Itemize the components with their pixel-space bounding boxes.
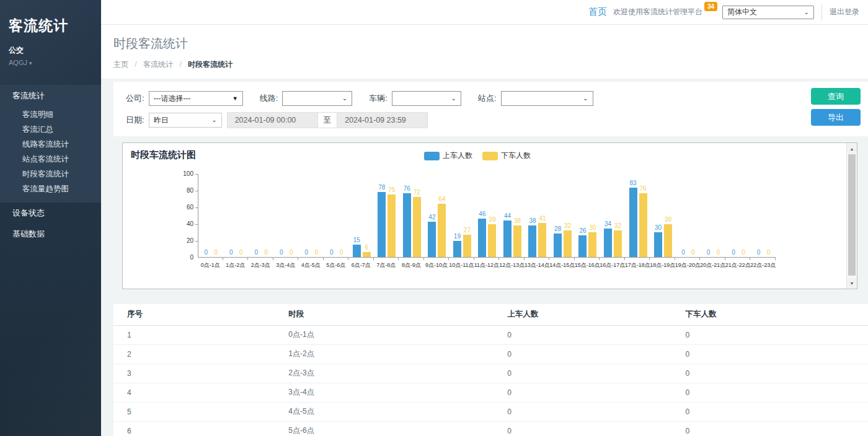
bar-slot: 76 — [639, 174, 647, 257]
sidebar-subitem[interactable]: 客流汇总 — [0, 122, 101, 137]
bar[interactable] — [538, 223, 546, 257]
welcome-text: 欢迎使用客流统计管理平台 — [613, 7, 702, 17]
bar-value-label: 0 — [340, 249, 343, 256]
y-axis-tick-label: 60 — [171, 204, 193, 211]
x-axis-label: 17点-18点 — [625, 261, 650, 269]
legend-item-boarding[interactable]: 上车人数 — [424, 150, 472, 161]
bar[interactable] — [528, 225, 536, 257]
bar-value-label: 42 — [428, 214, 435, 220]
org-code-dropdown[interactable]: AQGJ▾ — [9, 59, 92, 66]
bar-value-label: 0 — [290, 249, 293, 256]
bar-value-label: 39 — [489, 216, 495, 223]
bar[interactable] — [488, 224, 496, 257]
x-axis-label: 0点-1点 — [198, 261, 223, 269]
bar[interactable] — [588, 232, 596, 258]
bar-slot: 34 — [604, 174, 612, 257]
bar-group: 7875 — [374, 174, 400, 257]
scrollbar-up-button[interactable]: ▲ — [847, 144, 857, 154]
sidebar-subitem[interactable]: 线路客流统计 — [0, 137, 101, 152]
table-row: 10点-1点00 — [113, 326, 868, 345]
scrollbar-down-button[interactable]: ▼ — [847, 278, 857, 288]
sidebar-subitem[interactable]: 站点客流统计 — [0, 152, 101, 167]
table-cell: 0 — [507, 364, 685, 383]
bar-value-label: 38 — [514, 217, 521, 224]
table-cell: 3点-4点 — [288, 383, 507, 403]
sidebar-subitem[interactable]: 客流明细 — [0, 107, 101, 122]
table-row: 43点-4点00 — [113, 383, 868, 403]
bar-group: 3432 — [600, 174, 626, 257]
table-cell: 0点-1点 — [288, 326, 507, 345]
legend-item-alighting[interactable]: 下车人数 — [482, 150, 531, 161]
bar-slot: 0 — [740, 174, 748, 257]
station-select[interactable]: ⌄ — [501, 91, 593, 106]
bar[interactable] — [378, 192, 386, 257]
table-cell: 1点-2点 — [288, 345, 507, 364]
bar[interactable] — [438, 204, 446, 257]
sidebar-subitem[interactable]: 客流量趋势图 — [0, 181, 101, 196]
bar[interactable] — [413, 197, 421, 257]
chevron-down-icon: ⌄ — [211, 117, 216, 123]
date-to-label: 至 — [318, 112, 337, 128]
breadcrumb-current: 时段客流统计 — [188, 60, 232, 69]
bar[interactable] — [403, 193, 411, 257]
table-cell: 1 — [113, 326, 288, 345]
bar-slot: 15 — [353, 174, 361, 257]
bar[interactable] — [564, 230, 572, 257]
bar[interactable] — [614, 230, 622, 257]
query-button[interactable]: 查询 — [811, 88, 861, 105]
bar-slot: 27 — [463, 174, 471, 257]
bar[interactable] — [363, 252, 371, 257]
bar[interactable] — [629, 188, 637, 257]
language-select[interactable]: 简体中文 ⌄ — [722, 6, 814, 19]
bar-group: 7672 — [399, 174, 425, 257]
date-start-input[interactable]: 2024-01-09 00:00 — [227, 112, 318, 128]
bar-slot: 30 — [654, 174, 662, 257]
bar[interactable] — [428, 222, 436, 257]
notification-badge[interactable]: 34 — [704, 2, 717, 11]
table-header: 时段 — [288, 304, 507, 326]
bar[interactable] — [453, 241, 461, 257]
bar-slot: 0 — [730, 174, 738, 257]
company-select[interactable]: ---请选择--- ▼ — [149, 91, 243, 106]
sidebar-subitem[interactable]: 时段客流统计 — [0, 167, 101, 181]
bar-group: 3039 — [650, 174, 676, 257]
line-select[interactable]: ⌄ — [282, 91, 352, 106]
sidebar-group-header[interactable]: 客流统计 — [0, 85, 101, 107]
bar[interactable] — [463, 235, 471, 257]
bar[interactable] — [578, 235, 587, 257]
bar-group: 00 — [224, 174, 249, 257]
x-axis-label: 4点-5点 — [298, 261, 324, 269]
breadcrumb-passenger-stats[interactable]: 客流统计 — [143, 60, 173, 69]
scrollbar-thumb[interactable] — [848, 154, 856, 276]
bar[interactable] — [654, 232, 662, 258]
table-cell: 0 — [685, 403, 868, 422]
sidebar-item-base-data[interactable]: 基础数据 — [0, 224, 101, 245]
date-end-input[interactable]: 2024-01-09 23:59 — [337, 112, 428, 128]
export-button[interactable]: 导出 — [811, 109, 861, 126]
bar[interactable] — [503, 220, 512, 257]
bar-slot: 0 — [704, 174, 712, 257]
bar-value-label: 15 — [353, 237, 360, 243]
bar-value-label: 0 — [239, 249, 243, 256]
bar-slot: 46 — [478, 174, 486, 257]
bar[interactable] — [388, 194, 396, 257]
breadcrumb-home[interactable]: 主页 — [113, 60, 128, 69]
bar-group: 3841 — [525, 174, 551, 257]
bar[interactable] — [664, 224, 672, 257]
bar[interactable] — [639, 193, 647, 257]
line-filter: 线路: ⌄ — [260, 91, 353, 106]
vehicle-select[interactable]: ⌄ — [392, 91, 461, 106]
sidebar-submenu: 客流明细客流汇总线路客流统计站点客流统计时段客流统计客流量趋势图 — [0, 107, 101, 203]
date-preset-select[interactable]: 昨日 ⌄ — [149, 113, 222, 128]
bar[interactable] — [513, 225, 521, 257]
bar[interactable] — [353, 245, 361, 257]
legend-label-boarding: 上车人数 — [443, 150, 472, 161]
bar-group: 00 — [198, 174, 224, 257]
bar[interactable] — [554, 233, 562, 257]
logout-link[interactable]: 退出登录 — [830, 7, 859, 17]
chart-scrollbar[interactable]: ▲ ▼ — [846, 143, 857, 289]
sidebar-item-device-status[interactable]: 设备状态 — [0, 203, 101, 224]
bar[interactable] — [604, 229, 612, 257]
bar[interactable] — [478, 219, 486, 257]
home-link[interactable]: 首页 — [588, 6, 607, 18]
